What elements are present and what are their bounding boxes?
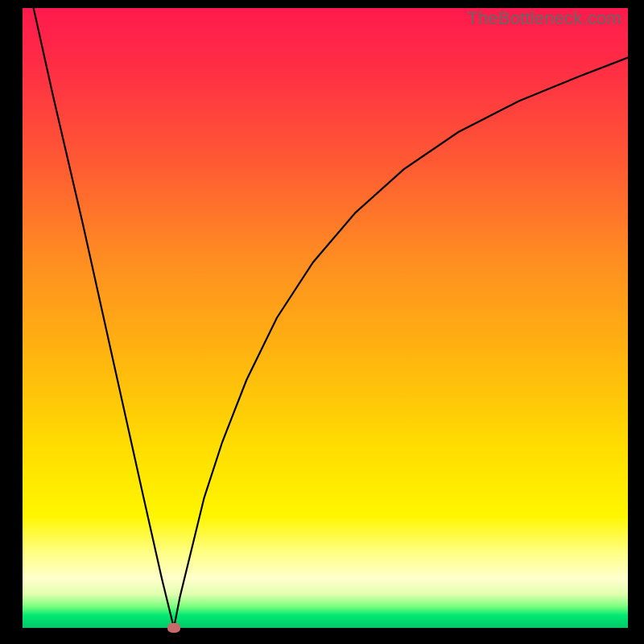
- watermark-text: TheBottleneck.com: [467, 8, 621, 29]
- bottleneck-curve: [23, 8, 628, 628]
- chart-frame: TheBottleneck.com: [0, 0, 644, 644]
- curve-path: [23, 8, 628, 628]
- chart-plot-area: TheBottleneck.com: [23, 8, 628, 628]
- optimum-marker: [167, 623, 180, 633]
